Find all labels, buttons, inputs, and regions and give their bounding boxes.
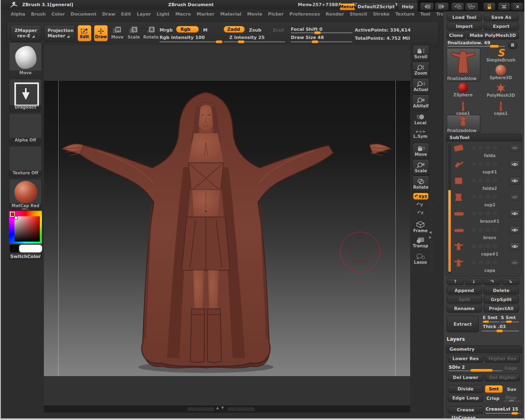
scroll-up-icon[interactable]: ▲ [216, 406, 219, 410]
menus-button[interactable]: Menus [340, 3, 355, 10]
cage-button[interactable]: Cage [504, 365, 517, 371]
rotate-y-button[interactable]: ↶y [416, 202, 429, 209]
scroll-left-button[interactable] [420, 2, 434, 11]
eye-icon[interactable] [509, 226, 520, 234]
menu-picker[interactable]: Picker [268, 11, 283, 19]
clone-button[interactable]: Clone [447, 32, 466, 39]
load-tool-button[interactable]: Load Tool [447, 14, 482, 21]
subtool-sliders[interactable] [471, 194, 498, 199]
eye-icon[interactable] [509, 210, 520, 217]
sphere3d-tool[interactable]: Sphere3D [483, 65, 519, 83]
sdiv-handle[interactable] [470, 369, 493, 372]
menu-render[interactable]: Render [326, 11, 344, 19]
canvas-area[interactable]: ▲ ▼ [44, 45, 410, 412]
subtool-row[interactable]: falda2 [453, 176, 521, 192]
geometry-header[interactable]: Geometry [446, 345, 522, 353]
draw-size-slider[interactable] [291, 41, 352, 42]
finalizadolow-tool-small[interactable]: finalizadolow [447, 115, 480, 133]
m-button[interactable]: M [203, 27, 208, 33]
suv-button[interactable]: Suv [507, 387, 516, 392]
export-button[interactable]: Export [484, 23, 519, 30]
move-transform-button[interactable]: Move [412, 143, 429, 159]
menu-stroke[interactable]: Stroke [373, 11, 390, 19]
menu-document[interactable]: Document [71, 11, 96, 19]
higher-res-button[interactable]: Higher Res [485, 355, 520, 363]
menu-color[interactable]: Color [51, 11, 64, 19]
document[interactable] [44, 81, 410, 376]
zadd-button[interactable]: Zadd [224, 26, 245, 33]
subtool-sliders[interactable] [471, 211, 498, 216]
subtool-header[interactable]: SubTool [446, 134, 522, 142]
subtool-sliders[interactable] [471, 162, 498, 167]
menu-alpha[interactable]: Alpha [11, 11, 25, 19]
switch-color-button[interactable]: SwitchColor [9, 253, 42, 260]
move-tool-button[interactable]: M Move [110, 26, 124, 41]
uncrease-button[interactable]: UnCrease [448, 415, 520, 420]
edit-button[interactable]: Edit [78, 25, 91, 41]
smt-button[interactable]: Smt [485, 385, 503, 393]
projectall-button[interactable]: ProjectAll [484, 305, 519, 313]
zsub-button[interactable]: Zsub [249, 27, 261, 33]
hscroll-left[interactable] [187, 407, 214, 411]
subtool-insert-button[interactable]: ↳ [502, 278, 519, 285]
focal-shift-slider[interactable] [291, 32, 352, 33]
menu-material[interactable]: Material [220, 11, 241, 19]
lock-button[interactable] [483, 2, 495, 11]
focal-shift-handle[interactable] [314, 31, 321, 34]
subtool-sliders[interactable] [471, 260, 498, 265]
material-selector[interactable]: MatCap Red Wa [9, 179, 42, 210]
menu-movie[interactable]: Movie [247, 11, 262, 19]
draw-button[interactable]: Draw [94, 25, 108, 41]
transp-button[interactable]: Transp [412, 235, 429, 250]
disp-handle[interactable] [509, 399, 514, 402]
current-tool-thumbnail[interactable]: finalizadolow [447, 48, 480, 82]
zmapper-button[interactable]: ZMapper rev-E ◢ [10, 25, 41, 41]
subtool-row[interactable]: capa#1 [453, 242, 521, 258]
subtool-up-button[interactable]: ↑ [447, 278, 464, 285]
local-button[interactable]: Local [412, 112, 429, 127]
draw-size-handle[interactable] [311, 40, 319, 43]
minimize-button[interactable] [498, 2, 510, 11]
menu-macro[interactable]: Macro [175, 11, 191, 19]
menu-tool[interactable]: Tool [420, 11, 430, 19]
subtool-down-button[interactable]: ↓ [465, 278, 482, 285]
alpha-selector[interactable]: Alpha Off [9, 113, 42, 144]
subtool-row[interactable]: capa [453, 258, 521, 274]
split-button[interactable]: Split [447, 296, 482, 304]
rgb-button[interactable]: Rgb [176, 26, 199, 33]
prev-window-button[interactable] [451, 2, 464, 11]
crease-button[interactable]: Crease [448, 406, 483, 413]
extract-button[interactable]: Extract [447, 316, 479, 332]
scroll-doc-button[interactable]: Scroll [412, 45, 429, 62]
grpsplit-button[interactable]: GrpSplit [484, 296, 519, 304]
del-higher-button[interactable]: Del Higher [485, 374, 520, 381]
menu-light[interactable]: Light [157, 11, 170, 19]
edge-loop-button[interactable]: Edge Loop [448, 394, 483, 402]
eye-icon[interactable] [509, 160, 520, 168]
subtool-row[interactable]: sup2 [453, 192, 521, 209]
hscroll-right[interactable] [228, 407, 254, 411]
lower-res-button[interactable]: Lower Res [448, 355, 483, 363]
eye-icon[interactable] [509, 259, 520, 267]
aahalf-button[interactable]: AAHalf [412, 94, 429, 111]
rgb-intensity-slider[interactable] [160, 41, 221, 42]
polymesh3d-tool[interactable]: PolyMesh3D [483, 83, 519, 101]
eye-icon[interactable] [509, 177, 520, 185]
capa1-tool-b[interactable]: capa1 [483, 101, 519, 117]
frame-button[interactable]: Frame [412, 219, 429, 235]
rotate-z-button[interactable]: ↶z [417, 210, 429, 217]
zcut-button[interactable]: Zcut [273, 27, 284, 33]
menu-layer[interactable]: Layer [137, 11, 151, 19]
rotate-xyz-button[interactable]: ↶xyz [413, 193, 429, 200]
eye-icon[interactable] [509, 144, 520, 152]
default-zscript-button[interactable]: DefaultZScript [356, 2, 396, 11]
simplebrush-tool[interactable]: S SimpleBrush [483, 48, 519, 64]
subtool-row[interactable]: falda [453, 143, 521, 160]
menu-marker[interactable]: Marker [196, 11, 215, 19]
rename-button[interactable]: Rename [447, 305, 482, 313]
mrgb-button[interactable]: Mrgb [160, 27, 173, 33]
lasso-button[interactable]: Lasso [412, 251, 429, 267]
lsym-button[interactable]: L.Sym [412, 128, 429, 140]
import-button[interactable]: Import [447, 23, 482, 30]
divide-button[interactable]: Divide [448, 385, 483, 393]
